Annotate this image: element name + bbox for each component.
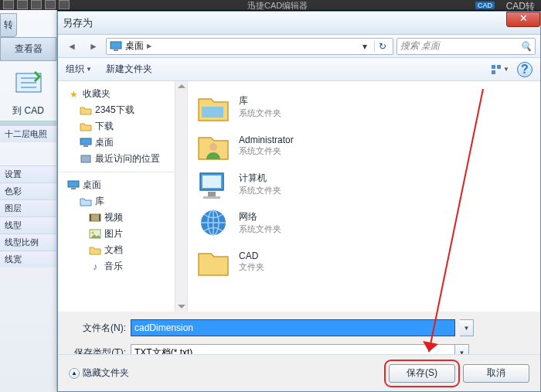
cancel-button[interactable]: 取消	[463, 364, 529, 383]
left-item[interactable]: 色彩	[0, 182, 56, 199]
settings-item[interactable]: 设置	[0, 165, 56, 182]
svg-rect-12	[90, 214, 91, 221]
left-item[interactable]: 线型比例	[0, 233, 56, 251]
dialog-title: 另存为	[63, 16, 93, 30]
nav-scrollbar[interactable]	[175, 81, 188, 312]
file-name: 计算机	[239, 172, 281, 185]
organize-menu[interactable]: 组织▼	[66, 63, 92, 76]
desktop-icon	[67, 180, 80, 191]
svg-rect-16	[202, 107, 223, 118]
filename-label: 文件名(N):	[72, 322, 126, 335]
file-subtitle: 系统文件夹	[239, 223, 281, 235]
nav-favorites[interactable]: ★ 收藏夹	[58, 86, 175, 102]
file-subtitle: 系统文件夹	[239, 145, 294, 157]
save-button[interactable]: 保存(S)	[389, 364, 455, 383]
breadcrumb-dropdown[interactable]: ▾	[359, 41, 371, 52]
svg-rect-21	[203, 196, 220, 199]
to-cad-label: 到 CAD	[0, 104, 56, 118]
filename-input[interactable]	[131, 319, 455, 336]
file-name: CAD	[239, 251, 264, 261]
svg-rect-1	[111, 42, 121, 49]
nav-library[interactable]: 库	[58, 193, 175, 210]
svg-rect-6	[80, 138, 91, 145]
app-cad-badge-icon: CAD	[475, 2, 495, 9]
file-item[interactable]: Administrator系统文件夹	[196, 126, 532, 165]
documents-icon	[89, 245, 101, 256]
svg-point-17	[209, 143, 217, 151]
nav-item[interactable]: 下载	[58, 118, 175, 135]
folder-icon	[196, 244, 231, 278]
nav-item[interactable]: 文档	[58, 242, 175, 258]
file-item[interactable]: CAD文件夹	[196, 242, 532, 281]
network-icon	[196, 206, 231, 240]
doc-item[interactable]: 十二层电照	[0, 125, 56, 142]
music-icon: ♪	[89, 261, 101, 272]
app-left-panel: 转 查看器 到 CAD 十二层电照 设置 色彩 图层 线型 线型比例 线宽	[0, 10, 57, 392]
viewer-tab[interactable]: 查看器	[0, 37, 56, 61]
left-item[interactable]: 图层	[0, 199, 56, 216]
hide-folders-toggle[interactable]: ▲ 隐藏文件夹	[69, 366, 129, 380]
file-subtitle: 系统文件夹	[239, 107, 281, 119]
svg-rect-4	[497, 65, 501, 69]
nav-item[interactable]: 2345下载	[58, 102, 175, 118]
breadcrumb-sep[interactable]: ▶	[147, 43, 151, 49]
nav-item[interactable]: 桌面	[58, 135, 175, 151]
file-item[interactable]: 网络系统文件夹	[196, 203, 532, 242]
content-pane[interactable]: 库系统文件夹Administrator系统文件夹计算机系统文件夹网络系统文件夹C…	[188, 81, 540, 312]
app-toolbar	[0, 0, 77, 10]
library-icon	[80, 196, 92, 207]
search-placeholder: 搜索 桌面	[400, 39, 440, 53]
star-icon: ★	[67, 89, 80, 100]
refresh-button[interactable]: ↻	[374, 41, 390, 52]
to-cad-icon[interactable]	[5, 64, 52, 101]
close-button[interactable]: ✕	[506, 12, 540, 27]
dialog-nav: ◄ ► 桌面 ▶ ▾ ↻ 搜索 桌面 🔍	[58, 35, 540, 58]
nav-item[interactable]: 图片	[58, 226, 175, 242]
file-item[interactable]: 库系统文件夹	[196, 87, 532, 126]
view-mode-button[interactable]: ▼	[489, 62, 511, 77]
save-as-dialog: 另存为 ✕ ◄ ► 桌面 ▶ ▾ ↻ 搜索 桌面 🔍 组织▼ 新建文件夹 ▼	[57, 11, 541, 392]
pictures-icon	[89, 229, 101, 240]
transfer-tab[interactable]: 转	[0, 13, 17, 37]
nav-item[interactable]: 最近访问的位置	[58, 151, 175, 167]
nav-desktop[interactable]: 桌面	[58, 177, 175, 193]
left-item[interactable]: 线型	[0, 216, 56, 233]
svg-rect-7	[83, 145, 88, 147]
svg-rect-9	[68, 181, 79, 187]
search-icon[interactable]: 🔍	[520, 41, 532, 52]
dialog-titlebar[interactable]: 另存为 ✕	[58, 12, 540, 35]
search-input[interactable]: 搜索 桌面 🔍	[396, 38, 536, 55]
file-name: 网络	[239, 210, 281, 223]
nav-item[interactable]: 视频	[58, 210, 175, 226]
help-icon[interactable]: ?	[517, 62, 532, 77]
nav-pane: ★ 收藏夹 2345下载 下载 桌面 最近访问的位置 桌面	[58, 81, 175, 312]
svg-rect-5	[492, 70, 495, 74]
dialog-footer: ▲ 隐藏文件夹 保存(S) 取消	[58, 354, 540, 391]
desktop-icon	[80, 138, 92, 148]
svg-rect-13	[99, 214, 100, 221]
computer-icon	[196, 167, 231, 201]
chevron-up-icon: ▲	[69, 368, 80, 379]
file-name: Administrator	[239, 135, 294, 145]
svg-rect-2	[114, 49, 118, 51]
library-icon	[196, 90, 231, 124]
file-item[interactable]: 计算机系统文件夹	[196, 165, 532, 203]
left-item[interactable]: 线宽	[0, 251, 56, 268]
folder-icon	[80, 105, 92, 116]
nav-item[interactable]: ♪ 音乐	[58, 258, 175, 274]
file-name: 库	[239, 94, 281, 107]
forward-button: ►	[84, 38, 103, 55]
svg-rect-3	[492, 65, 495, 69]
svg-rect-20	[208, 192, 216, 196]
svg-rect-19	[202, 176, 221, 188]
svg-rect-8	[81, 155, 90, 162]
folder-icon	[80, 121, 92, 132]
breadcrumb-label: 桌面	[125, 39, 144, 53]
video-icon	[89, 213, 101, 223]
svg-point-15	[92, 232, 94, 234]
back-button[interactable]: ◄	[63, 38, 81, 55]
dialog-body: ★ 收藏夹 2345下载 下载 桌面 最近访问的位置 桌面	[58, 81, 540, 312]
filename-dropdown[interactable]: ▼	[460, 319, 474, 336]
breadcrumb[interactable]: 桌面 ▶ ▾ ↻	[106, 38, 393, 55]
new-folder-button[interactable]: 新建文件夹	[106, 63, 152, 76]
